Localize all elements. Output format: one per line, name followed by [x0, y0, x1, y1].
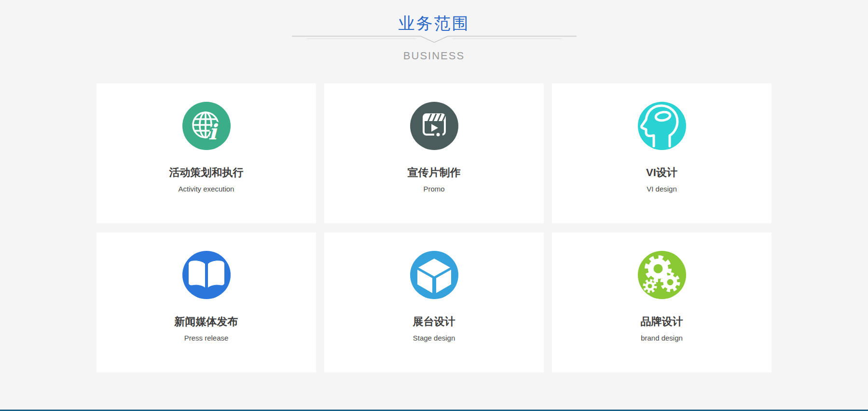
- card-brand-design[interactable]: 品牌设计 brand design: [552, 233, 772, 372]
- card-activity-execution[interactable]: i 活动策划和执行 Activity execution: [96, 83, 316, 223]
- title-divider-chevron: [289, 35, 579, 45]
- card-subtitle: Press release: [96, 333, 316, 343]
- card-title: 品牌设计: [552, 314, 772, 330]
- business-cards-grid: i 活动策划和执行 Activity execution: [96, 83, 772, 372]
- open-book-icon: [182, 251, 231, 299]
- head-profile-icon: [638, 102, 686, 150]
- card-title: 活动策划和执行: [96, 164, 316, 181]
- card-title: 宣传片制作: [324, 164, 544, 181]
- card-vi-design[interactable]: VI设计 VI design: [552, 83, 772, 223]
- card-subtitle: Promo: [324, 184, 544, 194]
- card-title: 新闻媒体发布: [96, 314, 316, 330]
- card-press-release[interactable]: 新闻媒体发布 Press release: [96, 233, 316, 372]
- card-subtitle: brand design: [552, 333, 772, 343]
- card-stage-design[interactable]: 展台设计 Stage design: [324, 233, 544, 372]
- card-title: 展台设计: [324, 314, 544, 330]
- clapperboard-play-icon: [410, 102, 458, 150]
- cube-icon: [410, 251, 458, 299]
- gears-icon: [638, 251, 686, 299]
- card-promo[interactable]: 宣传片制作 Promo: [324, 83, 544, 223]
- card-subtitle: Activity execution: [96, 184, 316, 194]
- globe-info-icon: i: [182, 102, 231, 150]
- card-subtitle: VI design: [552, 184, 772, 194]
- card-subtitle: Stage design: [324, 333, 544, 343]
- section-title: 业务范围: [0, 13, 868, 35]
- section-subtitle: BUSINESS: [0, 50, 868, 62]
- card-title: VI设计: [552, 164, 772, 181]
